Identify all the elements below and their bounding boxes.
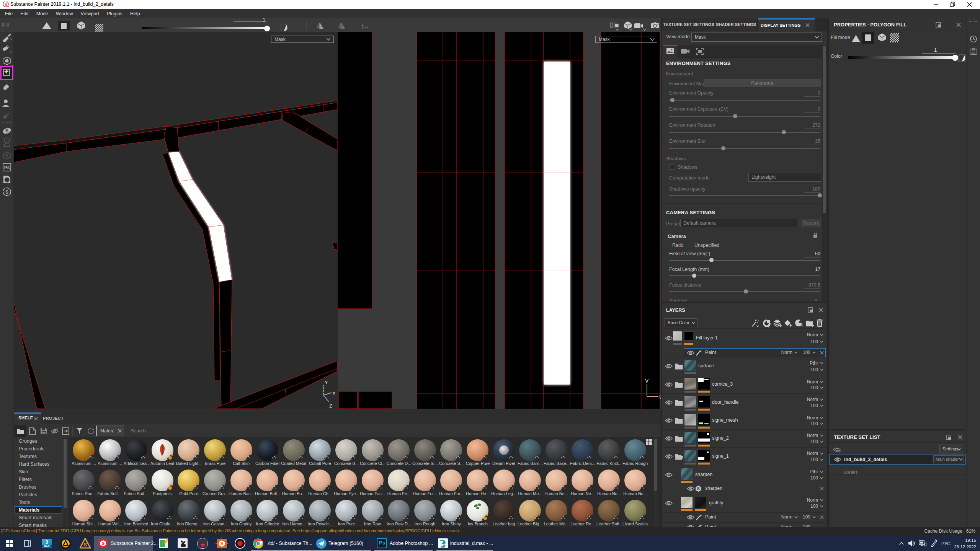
svg-text:S: S (5, 2, 7, 7)
svg-text:S: S (5, 128, 9, 134)
svg-text:V: V (645, 378, 649, 384)
svg-text:S: S (5, 153, 8, 158)
svg-text:S: S (83, 542, 87, 548)
svg-text:S: S (697, 486, 700, 491)
svg-text:S: S (102, 541, 105, 546)
svg-text:Ps: Ps (4, 165, 10, 170)
svg-text:S: S (5, 189, 8, 195)
svg-text:x: x (333, 390, 335, 396)
svg-text:Y: Y (325, 380, 328, 385)
svg-text:Z: Z (329, 403, 332, 409)
